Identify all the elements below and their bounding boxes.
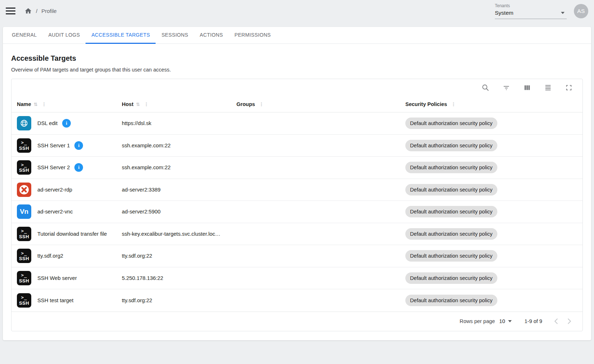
column-header-security-policies[interactable]: Security Policies ⋮: [405, 101, 583, 107]
ssh-target-icon: >_ SSH Vn: [17, 271, 31, 285]
table-row: >_ SSH Vn SSH Web server i 5.250.178.136…: [11, 267, 583, 290]
ssh-target-icon: >_ SSH Vn: [17, 160, 31, 175]
filter-icon[interactable]: [502, 83, 511, 92]
ssh-target-icon: >_ SSH Vn: [17, 138, 31, 153]
security-policy-chip: Default authorization security policy: [405, 140, 497, 151]
table-row: >_ SSH Vn Tutorial download transfer fil…: [11, 223, 583, 245]
sort-icon[interactable]: ⇅: [136, 102, 140, 107]
target-name: SSH Web server: [37, 275, 77, 281]
rows-per-page-label: Rows per page: [460, 318, 495, 324]
top-app-bar: / Profile Tenants System AS: [0, 0, 594, 22]
target-name: DSL edit: [37, 120, 57, 126]
tenant-select-value: System: [495, 10, 514, 16]
security-policy-chip: Default authorization security policy: [405, 228, 497, 240]
table-toolbar: [11, 79, 583, 96]
table-row: >_ SSH Vn ad-server2-rdp i ad-server2:33…: [11, 179, 583, 201]
security-policy-chip: Default authorization security policy: [405, 206, 497, 217]
tab-actions[interactable]: ACTIONS: [194, 27, 229, 44]
table-body: >_ SSH Vn DSL edit i https://dsl.sk Defa…: [11, 112, 583, 312]
info-icon[interactable]: i: [74, 141, 83, 150]
target-host: ssh.example.com:22: [122, 143, 236, 148]
globe-target-icon: >_ SSH Vn: [17, 116, 31, 130]
table-row: >_ SSH Vn tty.sdf.org2 i tty.sdf.org:22 …: [11, 245, 583, 267]
tab-accessible-targets[interactable]: ACCESSIBLE TARGETS: [86, 27, 156, 44]
security-policy-chip: Default authorization security policy: [405, 272, 497, 284]
breadcrumb-current: Profile: [41, 8, 57, 14]
security-policy-chip: Default authorization security policy: [405, 295, 497, 306]
column-menu-icon[interactable]: ⋮: [41, 101, 46, 107]
fullscreen-icon[interactable]: [565, 83, 573, 92]
security-policy-chip: Default authorization security policy: [405, 118, 497, 129]
column-header-groups[interactable]: Groups ⋮: [236, 101, 405, 107]
info-icon[interactable]: i: [62, 119, 71, 128]
home-icon[interactable]: [24, 7, 32, 15]
page-title: Accessible Targets: [11, 54, 583, 63]
target-host: tty.sdf.org:22: [122, 298, 236, 303]
chevron-down-icon: [508, 320, 512, 322]
vnc-target-icon: >_ SSH Vn: [17, 204, 31, 219]
table-header-row: Name ⇅ ⋮ Host ⇅ ⋮ Groups ⋮ Security Poli…: [11, 96, 583, 112]
avatar[interactable]: AS: [574, 4, 588, 18]
security-policy-chip: Default authorization security policy: [405, 162, 497, 173]
chevron-down-icon: [561, 12, 565, 14]
sort-icon[interactable]: ⇅: [34, 102, 38, 107]
target-name: tty.sdf.org2: [37, 253, 63, 259]
column-header-host[interactable]: Host ⇅ ⋮: [122, 101, 236, 107]
previous-page-icon[interactable]: [552, 317, 561, 326]
ssh-target-icon: >_ SSH Vn: [17, 293, 31, 308]
info-icon[interactable]: i: [74, 163, 83, 172]
target-host: https://dsl.sk: [122, 120, 236, 126]
target-host: tty.sdf.org:22: [122, 253, 236, 259]
security-policy-chip: Default authorization security policy: [405, 184, 497, 195]
table-pagination: Rows per page 10 1-9 of 9: [11, 312, 583, 331]
table-row: >_ SSH Vn DSL edit i https://dsl.sk Defa…: [11, 112, 583, 135]
target-host: ad-server2:3389: [122, 187, 236, 193]
table-row: >_ SSH Vn ad-server2-vnc i ad-server2:59…: [11, 201, 583, 223]
table-row: >_ SSH Vn SSH test target i tty.sdf.org:…: [11, 289, 583, 312]
profile-card: GENERAL AUDIT LOGS ACCESSIBLE TARGETS SE…: [3, 27, 591, 340]
next-page-icon[interactable]: [565, 317, 574, 326]
rows-per-page-select[interactable]: 10: [499, 318, 511, 324]
menu-icon[interactable]: [6, 8, 15, 14]
tab-sessions[interactable]: SESSIONS: [156, 27, 194, 44]
ssh-target-icon: >_ SSH Vn: [17, 227, 31, 241]
density-icon[interactable]: [544, 83, 552, 92]
pagination-range: 1-9 of 9: [525, 318, 543, 324]
table-row: >_ SSH Vn SSH Server 2 i ssh.example.com…: [11, 157, 583, 179]
page-subtitle: Overview of PAM targets and target group…: [11, 67, 583, 73]
tab-permissions[interactable]: PERMISSIONS: [229, 27, 276, 44]
tenant-select[interactable]: Tenants System: [495, 3, 567, 19]
rdp-target-icon: >_ SSH Vn: [17, 183, 31, 197]
target-name: SSH test target: [37, 298, 73, 303]
breadcrumb-separator: /: [36, 8, 37, 14]
ssh-target-icon: >_ SSH Vn: [17, 249, 31, 263]
search-icon[interactable]: [481, 83, 490, 92]
target-host: ad-server2:5900: [122, 209, 236, 215]
target-name: Tutorial download transfer file: [37, 231, 107, 237]
target-name: ad-server2-vnc: [37, 209, 73, 215]
columns-icon[interactable]: [523, 83, 531, 92]
column-menu-icon[interactable]: ⋮: [259, 101, 264, 107]
column-header-name[interactable]: Name ⇅ ⋮: [17, 101, 122, 107]
column-menu-icon[interactable]: ⋮: [144, 101, 149, 107]
tab-general[interactable]: GENERAL: [6, 27, 42, 44]
target-host: ssh.example.com:22: [122, 165, 236, 170]
target-host: 5.250.178.136:22: [122, 275, 236, 281]
tenant-select-label: Tenants: [495, 3, 567, 8]
target-name: ad-server2-rdp: [37, 187, 72, 193]
target-host: ssh-key.excalibur-targets.svc.cluster.lo…: [122, 231, 236, 237]
table-row: >_ SSH Vn SSH Server 1 i ssh.example.com…: [11, 135, 583, 157]
tab-audit-logs[interactable]: AUDIT LOGS: [42, 27, 86, 44]
target-name: SSH Server 2: [37, 165, 70, 170]
target-name: SSH Server 1: [37, 143, 70, 148]
tab-bar: GENERAL AUDIT LOGS ACCESSIBLE TARGETS SE…: [3, 27, 591, 44]
column-menu-icon[interactable]: ⋮: [451, 101, 456, 107]
security-policy-chip: Default authorization security policy: [405, 250, 497, 262]
targets-table: Name ⇅ ⋮ Host ⇅ ⋮ Groups ⋮ Security Poli…: [11, 79, 583, 331]
